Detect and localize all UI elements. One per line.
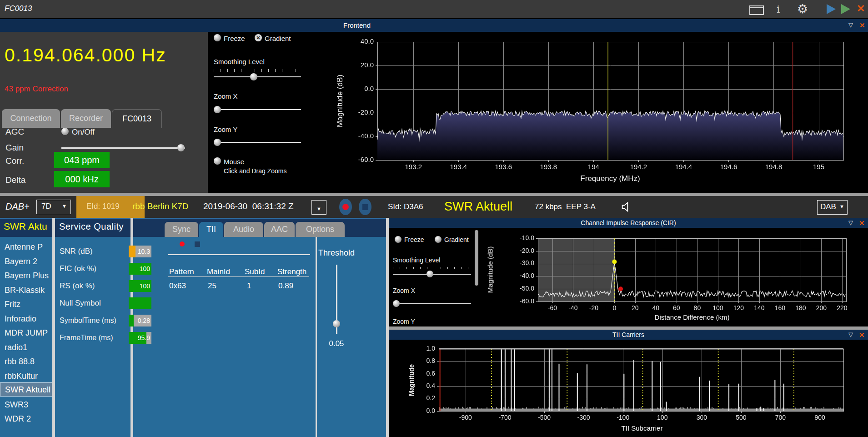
threshold-slider-thumb[interactable] xyxy=(333,320,340,327)
play-icon[interactable] xyxy=(841,4,850,14)
tii-stop-square-icon[interactable] xyxy=(195,241,200,247)
cir-close-icon[interactable]: ✕ xyxy=(859,219,865,227)
zoom-x-label: Zoom X xyxy=(214,92,238,100)
tii-cell-subid: 1 xyxy=(247,281,251,291)
speaker-icon[interactable] xyxy=(620,201,633,213)
tii-carriers-close-icon[interactable]: ✕ xyxy=(859,331,865,339)
station-item[interactable]: BR-Klassik xyxy=(0,283,52,297)
sq-bar-value: 100 xyxy=(127,263,150,275)
app-title: FC0013 xyxy=(5,4,32,13)
ppm-correction-label: 43 ppm Correction xyxy=(5,85,68,94)
agc-radio[interactable] xyxy=(61,128,69,135)
gain-slider-track[interactable] xyxy=(61,147,185,149)
station-item[interactable]: radio1 xyxy=(0,341,52,355)
tii-carriers-chart[interactable] xyxy=(389,340,868,437)
sq-bar-null-symbol xyxy=(129,297,151,309)
close-icon[interactable]: ✕ xyxy=(857,4,865,14)
station-item[interactable]: Antenne P xyxy=(0,240,52,254)
output-mode-arrow-icon: ▼ xyxy=(839,204,844,209)
cir-gradient-label: Gradient xyxy=(444,236,469,243)
mouse-radio[interactable] xyxy=(214,157,221,165)
ensemble-name: rbb Berlin K7D xyxy=(132,201,189,211)
zoom-y-slider-thumb[interactable] xyxy=(214,139,221,146)
record-button[interactable] xyxy=(339,199,352,215)
corr-value-box: 043 ppm xyxy=(54,152,110,168)
station-item[interactable]: WDR 2 xyxy=(0,412,52,426)
tii-carriers-collapse-icon[interactable]: ▽ xyxy=(848,331,853,338)
channel-select[interactable]: 7D ▼ xyxy=(36,200,71,214)
cir-smoothing-slider-thumb[interactable] xyxy=(426,271,433,277)
freeze-radio[interactable] xyxy=(214,34,221,41)
recorder-dropdown-arrow-icon: ▼ xyxy=(316,206,321,211)
tab-recorder[interactable]: Recorder xyxy=(61,109,111,128)
window-icon[interactable] xyxy=(749,5,764,15)
play-iq-icon[interactable] xyxy=(827,4,836,14)
station-item[interactable]: Bayern 2 xyxy=(0,255,52,269)
cir-zoom-x-slider-thumb[interactable] xyxy=(393,300,400,307)
station-item[interactable]: Fritz xyxy=(0,297,52,311)
station-item[interactable]: rbb 88.8 xyxy=(0,355,52,369)
agc-label: AGC xyxy=(5,127,24,137)
tii-carriers-header: TII Carriers ▽ ✕ xyxy=(389,330,868,340)
output-mode-select[interactable]: DAB ▼ xyxy=(817,200,848,215)
sq-bar-rs: 100 xyxy=(129,280,151,292)
gradient-checkbox[interactable]: ✕ xyxy=(255,34,262,41)
sq-bar-value: 95.9 xyxy=(127,332,150,344)
cir-collapse-icon[interactable]: ▽ xyxy=(848,219,853,226)
cir-zoom-x-slider-track[interactable] xyxy=(393,303,471,304)
info-icon[interactable]: i xyxy=(777,3,780,15)
cir-scrollbar[interactable] xyxy=(475,230,478,286)
tii-header-underline xyxy=(168,276,309,277)
tab-fc0013[interactable]: FC0013 xyxy=(112,109,162,128)
cir-chart[interactable] xyxy=(480,228,868,326)
zoom-y-slider-track[interactable] xyxy=(214,142,301,143)
station-item-selected[interactable]: SWR Aktuell xyxy=(0,382,52,397)
tab-connection[interactable]: Connection xyxy=(2,109,60,128)
gain-slider-thumb[interactable] xyxy=(177,144,185,151)
station-item[interactable]: MDR JUMP xyxy=(0,326,52,340)
station-item[interactable]: Bayern Plus xyxy=(0,269,52,283)
tii-record-dot-icon[interactable] xyxy=(180,241,185,246)
zoom-x-slider-thumb[interactable] xyxy=(214,106,221,113)
tab-sync[interactable]: Sync xyxy=(165,222,198,237)
sidebar-title: SWR Aktu xyxy=(4,221,52,232)
cir-smoothing-ticks xyxy=(393,267,471,269)
sidebar-splitter[interactable] xyxy=(52,218,55,437)
agc-option-label: On/Off xyxy=(72,128,95,137)
stop-square-icon xyxy=(362,204,368,210)
corr-label: Corr. xyxy=(5,156,24,166)
frontend-close-icon[interactable]: ✕ xyxy=(859,21,865,30)
station-item[interactable]: SWR3 xyxy=(0,398,52,412)
cir-zoom-x-label: Zoom X xyxy=(393,287,415,294)
delta-value-box: 000 kHz xyxy=(54,171,110,187)
station-item[interactable]: rbbKultur xyxy=(0,369,52,383)
frontend-collapse-icon[interactable]: ▽ xyxy=(848,21,853,28)
stop-button[interactable] xyxy=(359,199,371,215)
frequency-display: 0.194.064.000 Hz xyxy=(5,45,166,66)
zoom-x-slider-track[interactable] xyxy=(214,109,301,110)
tii-cell-pattern: 0x63 xyxy=(169,281,186,291)
sq-row-label: RS (ok %) xyxy=(60,280,95,292)
sq-bar-frametime: 95.9 xyxy=(129,332,151,344)
cir-tii-splitter[interactable] xyxy=(389,326,868,330)
cir-header: Channel Impulse Response (CIR) ▽ ✕ xyxy=(389,218,868,228)
gear-icon[interactable]: ⚙ xyxy=(797,2,808,16)
smoothing-slider-track[interactable] xyxy=(214,76,301,77)
recorder-dropdown-button[interactable]: ▼ xyxy=(311,200,326,215)
tab-tii[interactable]: TII xyxy=(199,222,223,237)
titlebar: FC0013 i ⚙ ✕ xyxy=(0,0,868,18)
cir-freeze-radio[interactable] xyxy=(395,236,401,243)
spectrum-chart[interactable] xyxy=(302,32,868,193)
horizontal-splitter[interactable] xyxy=(0,193,868,196)
sq-bar-value: 100 xyxy=(127,280,150,292)
sq-row-label: Null Symbol xyxy=(60,297,101,309)
tab-options[interactable]: Options xyxy=(296,222,345,237)
threshold-value: 0.05 xyxy=(326,339,346,348)
gradient-label: Gradient xyxy=(265,35,291,42)
smoothing-slider-thumb[interactable] xyxy=(250,73,257,80)
sq-bar-fill xyxy=(129,297,151,309)
tab-audio[interactable]: Audio xyxy=(224,222,263,237)
tab-aac[interactable]: AAC xyxy=(264,222,295,237)
cir-gradient-radio[interactable] xyxy=(435,236,442,243)
station-item[interactable]: Inforadio xyxy=(0,312,52,326)
